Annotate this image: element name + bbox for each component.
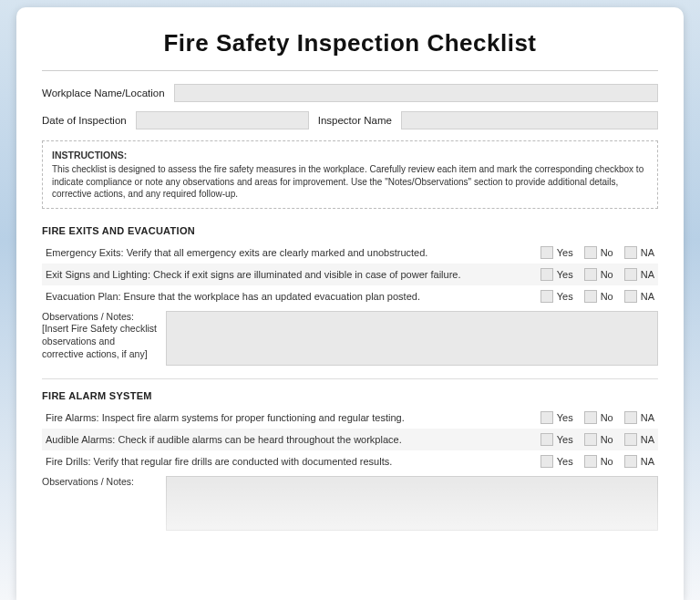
checkbox-no[interactable]	[584, 433, 597, 446]
opt-label-no: No	[601, 247, 613, 258]
date-input[interactable]	[136, 111, 309, 129]
notes-input[interactable]	[166, 311, 658, 366]
checkbox-na[interactable]	[624, 411, 637, 424]
checkbox-yes[interactable]	[540, 290, 553, 303]
item-options: Yes No NA	[540, 268, 654, 281]
checkbox-na[interactable]	[624, 290, 637, 303]
opt-label-yes: Yes	[557, 412, 573, 423]
date-label: Date of Inspection	[42, 115, 127, 126]
checklist-item: Fire Drills: Verify that regular fire dr…	[42, 450, 658, 472]
opt-label-no: No	[601, 269, 613, 280]
opt-label-no: No	[601, 412, 613, 423]
opt-label-yes: Yes	[557, 434, 573, 445]
opt-label-na: NA	[641, 456, 654, 467]
item-options: Yes No NA	[540, 246, 654, 259]
opt-label-no: No	[601, 291, 613, 302]
inspector-input[interactable]	[401, 111, 658, 129]
checkbox-yes[interactable]	[540, 455, 553, 468]
section2-title: FIRE ALARM SYSTEM	[42, 390, 658, 401]
checklist-item: Fire Alarms: Inspect fire alarm systems …	[42, 407, 658, 429]
checkbox-na[interactable]	[624, 455, 637, 468]
notes-row: Observations / Notes:	[42, 476, 658, 531]
divider	[42, 70, 658, 71]
workplace-label: Workplace Name/Location	[42, 88, 165, 98]
notes-label: Observations / Notes:	[42, 476, 159, 531]
checkbox-na[interactable]	[624, 433, 637, 446]
notes-row: Observations / Notes: [Insert Fire Safet…	[42, 311, 658, 366]
item-options: Yes No NA	[540, 455, 654, 468]
item-text: Fire Alarms: Inspect fire alarm systems …	[46, 412, 540, 423]
inspector-label: Inspector Name	[318, 115, 392, 126]
section1-title: FIRE EXITS AND EVACUATION	[42, 225, 658, 236]
notes-input[interactable]	[166, 476, 658, 531]
opt-label-na: NA	[641, 434, 654, 445]
instructions-body: This checklist is designed to assess the…	[52, 163, 648, 201]
section-divider	[42, 378, 658, 379]
item-text: Audible Alarms: Check if audible alarms …	[46, 434, 540, 445]
checkbox-na[interactable]	[624, 246, 637, 259]
header-fields: Workplace Name/Location Date of Inspecti…	[42, 84, 658, 129]
checkbox-no[interactable]	[584, 246, 597, 259]
opt-label-no: No	[601, 456, 613, 467]
opt-label-yes: Yes	[557, 456, 573, 467]
instructions-title: INSTRUCTIONS:	[52, 149, 648, 161]
opt-label-yes: Yes	[557, 291, 573, 302]
item-options: Yes No NA	[540, 433, 654, 446]
workplace-input[interactable]	[174, 84, 658, 102]
opt-label-na: NA	[641, 247, 654, 258]
checkbox-no[interactable]	[584, 455, 597, 468]
item-text: Evacuation Plan: Ensure that the workpla…	[46, 291, 540, 302]
checklist-item: Audible Alarms: Check if audible alarms …	[42, 429, 658, 450]
instructions-box: INSTRUCTIONS: This checklist is designed…	[42, 140, 658, 209]
checklist-item: Emergency Exits: Verify that all emergen…	[42, 242, 658, 264]
item-text: Exit Signs and Lighting: Check if exit s…	[46, 269, 540, 280]
checkbox-yes[interactable]	[540, 433, 553, 446]
checkbox-no[interactable]	[584, 411, 597, 424]
checkbox-yes[interactable]	[540, 246, 553, 259]
notes-label: Observations / Notes: [Insert Fire Safet…	[42, 311, 159, 366]
checkbox-na[interactable]	[624, 268, 637, 281]
item-options: Yes No NA	[540, 411, 654, 424]
opt-label-na: NA	[641, 291, 654, 302]
checkbox-yes[interactable]	[540, 268, 553, 281]
checkbox-no[interactable]	[584, 268, 597, 281]
opt-label-yes: Yes	[557, 247, 573, 258]
opt-label-yes: Yes	[557, 269, 573, 280]
checklist-item: Evacuation Plan: Ensure that the workpla…	[42, 285, 658, 307]
form-page: Fire Safety Inspection Checklist Workpla…	[16, 7, 684, 600]
opt-label-na: NA	[641, 269, 654, 280]
item-text: Fire Drills: Verify that regular fire dr…	[46, 456, 540, 467]
item-text: Emergency Exits: Verify that all emergen…	[46, 247, 540, 258]
opt-label-no: No	[601, 434, 613, 445]
page-title: Fire Safety Inspection Checklist	[42, 29, 658, 57]
checklist-item: Exit Signs and Lighting: Check if exit s…	[42, 264, 658, 285]
checkbox-no[interactable]	[584, 290, 597, 303]
opt-label-na: NA	[641, 412, 654, 423]
item-options: Yes No NA	[540, 290, 654, 303]
checkbox-yes[interactable]	[540, 411, 553, 424]
